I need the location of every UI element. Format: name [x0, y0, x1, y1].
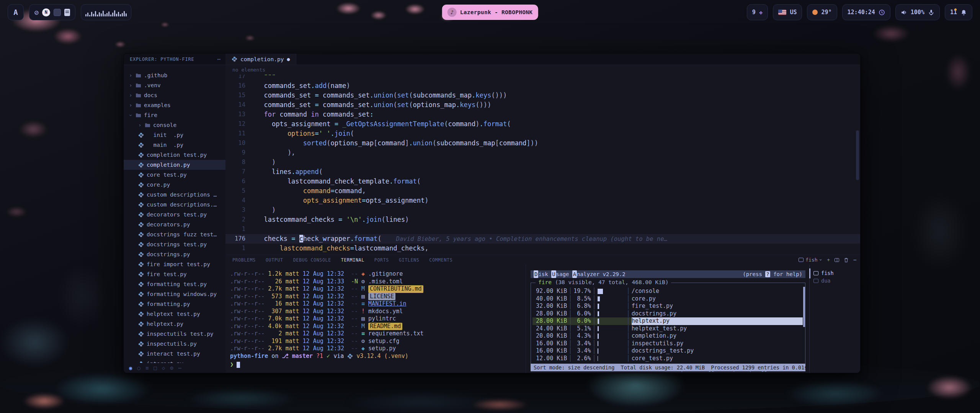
code-line[interactable]: 15 commands_set = commands_set.union(set…: [225, 91, 860, 100]
dua-row[interactable]: 92.00 KiB│19.7%││/console: [532, 288, 803, 295]
tree-file[interactable]: decorators.py: [124, 220, 225, 229]
audio-visualizer[interactable]: [81, 4, 131, 20]
music-widget[interactable]: ♪ Lazerpunk - ROBOPHONK: [442, 5, 538, 20]
tree-file[interactable]: interact.py: [124, 359, 225, 363]
tree-file[interactable]: fire_import_test.py: [124, 259, 225, 269]
code-line[interactable]: 8 ): [225, 158, 860, 167]
remote-dot-icon[interactable]: ◉: [129, 365, 132, 371]
sessions-scrollbar[interactable]: [809, 268, 810, 278]
workspace-widget[interactable]: 9 ❖: [747, 4, 768, 20]
search-icon[interactable]: ○: [137, 365, 140, 371]
tree-folder[interactable]: ›console: [124, 120, 225, 130]
code-line[interactable]: 1 lastcommand_checks=lastcommand_checks,: [225, 244, 860, 253]
weather-widget[interactable]: 29°: [807, 4, 837, 20]
modified-dot-icon[interactable]: ●: [287, 56, 290, 62]
notes-app-icon[interactable]: [64, 9, 70, 16]
tree-file[interactable]: custom_descriptions_test.py: [124, 190, 225, 200]
tree-file[interactable]: formatting_windows.py: [124, 289, 225, 299]
dua-row[interactable]: 16.00 KiB│3.4%││inspectutils.py: [532, 340, 803, 348]
tree-file[interactable]: core.py: [124, 180, 225, 190]
tree-file[interactable]: helptext_test.py: [124, 309, 225, 319]
panel-tab-ports[interactable]: PORTS: [374, 257, 389, 263]
editor[interactable]: no elements 17 """16 commands_set.add(na…: [225, 65, 860, 255]
panel-more-icon[interactable]: ⋯: [853, 257, 856, 263]
tree-file[interactable]: __main__.py: [124, 140, 225, 150]
tree-file[interactable]: helptext.py: [124, 319, 225, 329]
editor-scrollbar[interactable]: [856, 130, 859, 180]
code-line[interactable]: 12 opts_assignment = _GetOptsAssignmentT…: [225, 119, 860, 129]
code-line[interactable]: 7 lines.append(: [225, 167, 860, 177]
more-icon[interactable]: ⋯: [178, 365, 181, 371]
breadcrumb[interactable]: no elements: [225, 65, 860, 75]
code-line[interactable]: 2 lastcommand_checks = '\n'.join(lines): [225, 215, 860, 224]
split-terminal-icon[interactable]: [835, 258, 839, 262]
panel-tab-gitlens[interactable]: GITLENS: [399, 257, 419, 263]
app-launcher-button[interactable]: A: [8, 4, 24, 20]
tree-folder[interactable]: ›docs: [124, 90, 225, 100]
tree-file[interactable]: docstrings_test.py: [124, 239, 225, 249]
record-icon[interactable]: ⊘: [34, 8, 39, 16]
code-line[interactable]: 1: [225, 224, 860, 234]
dua-row[interactable]: 28.00 KiB│6.0%││helptext.py: [532, 317, 803, 325]
dua-pane[interactable]: Disk Usage Analyzer v2.29.2(press ? for …: [526, 265, 809, 373]
code-line[interactable]: 4 opts_assignment=opts_assignment): [225, 196, 860, 205]
tree-folder[interactable]: ›.github: [124, 70, 225, 80]
panel-tab-terminal[interactable]: TERMINAL: [341, 257, 364, 263]
n-badge-icon[interactable]: N: [42, 8, 50, 16]
dua-row[interactable]: 20.00 KiB│4.3%││completion.py: [532, 332, 803, 340]
dua-row[interactable]: 28.00 KiB│6.0%││docstrings.py: [532, 310, 803, 318]
tree-file[interactable]: custom_descriptions.py: [124, 200, 225, 210]
new-terminal-button[interactable]: +: [827, 257, 830, 263]
terminal-session-fish[interactable]: fish: [813, 269, 860, 277]
gear-icon[interactable]: ⚙: [170, 365, 173, 371]
dua-row[interactable]: 12.00 KiB│2.6%││core_test.py: [532, 355, 803, 363]
dua-scrollbar[interactable]: [803, 287, 805, 327]
shell-selector[interactable]: fish ›: [799, 257, 822, 263]
code-line[interactable]: 10 sorted(options_map[command].union(sub…: [225, 138, 860, 148]
kill-terminal-icon[interactable]: [844, 257, 849, 263]
dua-row[interactable]: 16.00 KiB│3.4%││docstrings_test.py: [532, 347, 803, 355]
tree-file[interactable]: inspectutils.py: [124, 339, 225, 349]
volume-widget[interactable]: 100%: [895, 4, 940, 20]
code-line[interactable]: 16 commands_set.add(name): [225, 81, 860, 91]
code-line[interactable]: 5 command=command,: [225, 186, 860, 196]
panel-tab-output[interactable]: OUTPUT: [266, 257, 283, 263]
tab-completion-py[interactable]: completion.py ●: [225, 54, 296, 65]
more-actions-icon[interactable]: ⋯: [217, 56, 221, 63]
panel-tab-comments[interactable]: COMMENTS: [429, 257, 452, 263]
code-line[interactable]: 17 """: [225, 75, 860, 81]
prompt-cursor-line[interactable]: ❯: [230, 361, 240, 368]
code-line[interactable]: 11 options=' '.join(: [225, 129, 860, 138]
code-line[interactable]: 14 commands_set = commands_set.union(set…: [225, 100, 860, 110]
tree-folder[interactable]: ›examples: [124, 100, 225, 110]
dua-row[interactable]: 24.00 KiB│5.1%││helptext_test.py: [532, 325, 803, 333]
tree-folder[interactable]: ›.venv: [124, 80, 225, 90]
dua-row[interactable]: 32.00 KiB│6.8%││fire_test.py: [532, 302, 803, 310]
tree-file[interactable]: completion.py: [124, 160, 225, 170]
tree-file[interactable]: inspectutils_test.py: [124, 329, 225, 339]
tree-file[interactable]: fire_test.py: [124, 269, 225, 279]
tree-file[interactable]: formatting_test.py: [124, 279, 225, 289]
box-icon[interactable]: □: [154, 365, 157, 371]
dua-row[interactable]: 40.00 KiB│8.5%││core.py: [532, 295, 803, 303]
keyboard-layout-widget[interactable]: US: [773, 4, 802, 20]
code-line[interactable]: 176 checks = check_wrapper.format(David …: [225, 234, 860, 244]
tree-folder[interactable]: ›fire: [124, 110, 225, 120]
notification-widget[interactable]: 11: [945, 4, 972, 20]
terminal-app-icon[interactable]: [54, 9, 61, 16]
tree-file[interactable]: core_test.py: [124, 170, 225, 180]
tree-file[interactable]: docstrings.py: [124, 249, 225, 259]
terminal-session-dua[interactable]: dua: [813, 277, 860, 285]
panel-tab-debug-console[interactable]: DEBUG CONSOLE: [293, 257, 331, 263]
code-line[interactable]: 6 lastcommand_check_template.format(: [225, 177, 860, 186]
code-line[interactable]: 13 for command in commands_set:: [225, 110, 860, 119]
tree-file[interactable]: decorators_test.py: [124, 210, 225, 220]
tree-file[interactable]: interact_test.py: [124, 349, 225, 359]
code-line[interactable]: 9 ),: [225, 148, 860, 158]
clock-widget[interactable]: 12:40:24: [842, 4, 890, 20]
code-area[interactable]: 17 """16 commands_set.add(name)15 comman…: [225, 75, 860, 255]
tree-file[interactable]: completion_test.py: [124, 150, 225, 160]
tree-file[interactable]: docstrings_fuzz_test.py: [124, 229, 225, 239]
tree-file[interactable]: __init__.py: [124, 130, 225, 140]
branch-icon[interactable]: ◇: [162, 365, 165, 371]
